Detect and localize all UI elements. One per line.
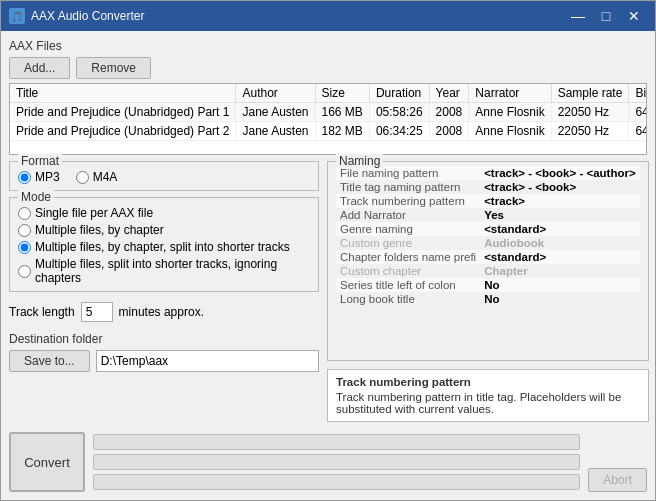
naming-value-cell[interactable]: <track> - <book> xyxy=(480,180,639,194)
destination-path-input[interactable] xyxy=(96,350,319,372)
main-window: 🎵 AAX Audio Converter — □ ✕ AAX Files Ad… xyxy=(0,0,656,501)
format-section: Format MP3 M4A xyxy=(9,161,319,191)
main-row: Format MP3 M4A Mode xyxy=(9,161,647,422)
naming-value-cell[interactable]: <track> xyxy=(480,194,639,208)
naming-table: File naming pattern<track> - <book> - <a… xyxy=(336,166,640,306)
minimize-button[interactable]: — xyxy=(565,6,591,26)
mode-option[interactable]: Multiple files, split into shorter track… xyxy=(18,257,310,285)
progress-area xyxy=(93,434,580,490)
naming-row: Series title left of colonNo xyxy=(336,278,640,292)
table-cell: Anne Flosnik xyxy=(469,122,551,141)
aax-files-label: AAX Files xyxy=(9,39,647,53)
files-table: Title Author Size Duration Year Narrator… xyxy=(10,84,647,141)
table-cell: 182 MB xyxy=(315,122,369,141)
table-cell: 22050 Hz xyxy=(551,103,629,122)
col-year: Year xyxy=(429,84,469,103)
mode-radio-2[interactable] xyxy=(18,241,31,254)
format-options: MP3 M4A xyxy=(18,166,310,184)
m4a-radio[interactable] xyxy=(76,171,89,184)
close-button[interactable]: ✕ xyxy=(621,6,647,26)
app-icon: 🎵 xyxy=(9,8,25,24)
bottom-bar: Convert Abort xyxy=(9,432,647,492)
progress-bar-3 xyxy=(93,474,580,490)
destination-label: Destination folder xyxy=(9,332,319,346)
naming-label-cell: Long book title xyxy=(336,292,480,306)
naming-value-cell[interactable]: <track> - <book> - <author> xyxy=(480,166,639,180)
naming-value-cell[interactable]: <standard> xyxy=(480,250,639,264)
naming-row: Chapter folders name prefi<standard> xyxy=(336,250,640,264)
track-length-input[interactable] xyxy=(81,302,113,322)
naming-value-cell[interactable]: <standard> xyxy=(480,222,639,236)
file-button-row: Add... Remove xyxy=(9,57,647,79)
naming-label: Naming xyxy=(336,154,383,168)
window-title: AAX Audio Converter xyxy=(31,9,565,23)
naming-value-cell[interactable]: No xyxy=(480,292,639,306)
naming-label-cell: Title tag naming pattern xyxy=(336,180,480,194)
naming-label-cell: Add Narrator xyxy=(336,208,480,222)
mode-option[interactable]: Multiple files, by chapter, split into s… xyxy=(18,240,310,254)
mode-label: Mode xyxy=(18,190,54,204)
m4a-option[interactable]: M4A xyxy=(76,170,118,184)
table-cell: 2008 xyxy=(429,103,469,122)
table-cell: Pride and Prejudice (Unabridged) Part 1 xyxy=(10,103,236,122)
description-title: Track numbering pattern xyxy=(336,376,640,388)
mode-option[interactable]: Multiple files, by chapter xyxy=(18,223,310,237)
naming-label-cell: Genre naming xyxy=(336,222,480,236)
mp3-radio[interactable] xyxy=(18,171,31,184)
table-cell: 2008 xyxy=(429,122,469,141)
left-panel: Format MP3 M4A Mode xyxy=(9,161,319,422)
mp3-option[interactable]: MP3 xyxy=(18,170,60,184)
naming-label-cell: File naming pattern xyxy=(336,166,480,180)
abort-button[interactable]: Abort xyxy=(588,468,647,492)
naming-row: Custom chapterChapter xyxy=(336,264,640,278)
table-header-row: Title Author Size Duration Year Narrator… xyxy=(10,84,647,103)
progress-bar-2 xyxy=(93,454,580,470)
mode-option-label: Multiple files, by chapter xyxy=(35,223,164,237)
naming-row: Title tag naming pattern<track> - <book> xyxy=(336,180,640,194)
content-area: AAX Files Add... Remove Title Author Siz… xyxy=(1,31,655,500)
remove-button[interactable]: Remove xyxy=(76,57,151,79)
table-cell: Pride and Prejudice (Unabridged) Part 2 xyxy=(10,122,236,141)
format-label: Format xyxy=(18,154,62,168)
table-cell: Anne Flosnik xyxy=(469,103,551,122)
col-size: Size xyxy=(315,84,369,103)
naming-row: Custom genreAudiobook xyxy=(336,236,640,250)
naming-row: File naming pattern<track> - <book> - <a… xyxy=(336,166,640,180)
mode-radio-3[interactable] xyxy=(18,265,31,278)
table-cell: 166 MB xyxy=(315,103,369,122)
table-cell: Jane Austen xyxy=(236,103,315,122)
table-cell: 64 kb/s xyxy=(629,122,647,141)
naming-label-cell: Series title left of colon xyxy=(336,278,480,292)
mode-option-label: Multiple files, by chapter, split into s… xyxy=(35,240,290,254)
col-narrator: Narrator xyxy=(469,84,551,103)
mode-radio-1[interactable] xyxy=(18,224,31,237)
mode-options: Single file per AAX fileMultiple files, … xyxy=(18,202,310,285)
description-text: Track numbering pattern in title tag. Pl… xyxy=(336,391,640,415)
naming-label-cell: Track numbering pattern xyxy=(336,194,480,208)
maximize-button[interactable]: □ xyxy=(593,6,619,26)
table-body: Pride and Prejudice (Unabridged) Part 1J… xyxy=(10,103,647,141)
track-length-row: Track length minutes approx. xyxy=(9,302,319,322)
mode-option-label: Single file per AAX file xyxy=(35,206,153,220)
table-cell: 22050 Hz xyxy=(551,122,629,141)
mode-radio-0[interactable] xyxy=(18,207,31,220)
add-button[interactable]: Add... xyxy=(9,57,70,79)
naming-row: Add NarratorYes xyxy=(336,208,640,222)
naming-value-cell[interactable]: Yes xyxy=(480,208,639,222)
convert-button[interactable]: Convert xyxy=(9,432,85,492)
track-length-suffix: minutes approx. xyxy=(119,305,204,319)
m4a-label: M4A xyxy=(93,170,118,184)
right-panel: Naming File naming pattern<track> - <boo… xyxy=(327,161,649,422)
naming-value-cell: Audiobook xyxy=(480,236,639,250)
naming-section: Naming File naming pattern<track> - <boo… xyxy=(327,161,649,361)
naming-value-cell[interactable]: No xyxy=(480,278,639,292)
col-bit-rate: Bit rate xyxy=(629,84,647,103)
files-table-container: Title Author Size Duration Year Narrator… xyxy=(9,83,647,155)
naming-row: Long book titleNo xyxy=(336,292,640,306)
save-to-button[interactable]: Save to... xyxy=(9,350,90,372)
progress-bar-1 xyxy=(93,434,580,450)
aax-files-section: AAX Files Add... Remove Title Author Siz… xyxy=(9,39,647,155)
naming-value-cell: Chapter xyxy=(480,264,639,278)
mode-option[interactable]: Single file per AAX file xyxy=(18,206,310,220)
destination-section: Destination folder Save to... xyxy=(9,332,319,372)
